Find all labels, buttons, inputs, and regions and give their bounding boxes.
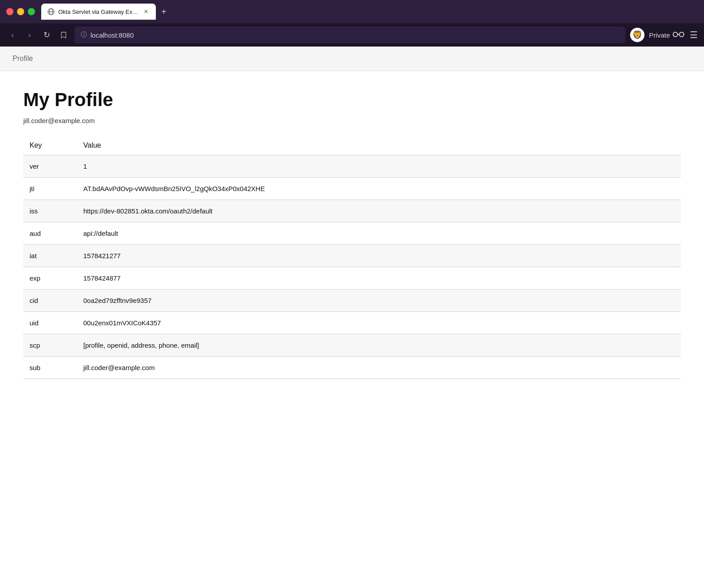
table-body: ver1jtiAT.bdAAvPdOvp-vWWdsmBn25IVO_l2gQk… xyxy=(23,155,681,379)
col-header-value: Value xyxy=(77,137,681,155)
table-cell-key: scp xyxy=(23,334,77,357)
table-row: jtiAT.bdAAvPdOvp-vWWdsmBn25IVO_l2gQkO34x… xyxy=(23,178,681,200)
table-row: exp1578424877 xyxy=(23,267,681,290)
tab-favicon-icon xyxy=(47,8,55,15)
table-cell-key: iat xyxy=(23,245,77,267)
nav-right-controls: Private ☰ xyxy=(649,30,698,40)
minimize-button[interactable] xyxy=(17,8,24,15)
breadcrumb-text: Profile xyxy=(13,55,33,62)
reload-button[interactable]: ↻ xyxy=(40,29,53,41)
table-row: scp[profile, openid, address, phone, ema… xyxy=(23,334,681,357)
bookmark-button[interactable] xyxy=(57,29,70,41)
brave-icon: 🦁 xyxy=(632,30,642,40)
table-row: audapi://default xyxy=(23,222,681,245)
active-tab[interactable]: Okta Servlet via Gateway Examp ✕ xyxy=(41,4,156,20)
table-row: uid00u2enx01mVXICoK4357 xyxy=(23,312,681,334)
table-cell-value: 1 xyxy=(77,155,681,178)
table-cell-key: exp xyxy=(23,267,77,290)
table-cell-value: https://dev-802851.okta.com/oauth2/defau… xyxy=(77,200,681,222)
glasses-icon xyxy=(673,32,684,38)
table-row: isshttps://dev-802851.okta.com/oauth2/de… xyxy=(23,200,681,222)
table-row: cid0oa2ed79zfftnv9e9357 xyxy=(23,290,681,312)
title-bar: Okta Servlet via Gateway Examp ✕ + xyxy=(0,0,704,23)
url-text: localhost:8080 xyxy=(90,31,134,39)
table-cell-value: 1578424877 xyxy=(77,267,681,290)
page-content: My Profile jill.coder@example.com Key Va… xyxy=(0,71,704,397)
user-email: jill.coder@example.com xyxy=(23,117,681,124)
breadcrumb-bar: Profile xyxy=(0,47,704,71)
maximize-button[interactable] xyxy=(28,8,35,15)
profile-table: Key Value ver1jtiAT.bdAAvPdOvp-vWWdsmBn2… xyxy=(23,137,681,379)
table-cell-key: aud xyxy=(23,222,77,245)
table-cell-value: 00u2enx01mVXICoK4357 xyxy=(77,312,681,334)
table-header: Key Value xyxy=(23,137,681,155)
svg-rect-4 xyxy=(679,32,684,37)
table-cell-value: 1578421277 xyxy=(77,245,681,267)
table-cell-value: AT.bdAAvPdOvp-vWWdsmBn25IVO_l2gQkO34xP0x… xyxy=(77,178,681,200)
svg-rect-3 xyxy=(673,32,678,37)
table-cell-key: jti xyxy=(23,178,77,200)
table-row: subjill.coder@example.com xyxy=(23,357,681,379)
table-cell-key: uid xyxy=(23,312,77,334)
back-button[interactable]: ‹ xyxy=(6,29,19,41)
traffic-lights xyxy=(6,8,35,15)
table-cell-key: ver xyxy=(23,155,77,178)
security-icon: ⓘ xyxy=(81,31,87,39)
private-text: Private xyxy=(649,31,670,39)
table-cell-value: api://default xyxy=(77,222,681,245)
new-tab-button[interactable]: + xyxy=(158,7,170,17)
table-cell-value: 0oa2ed79zfftnv9e9357 xyxy=(77,290,681,312)
forward-button[interactable]: › xyxy=(23,29,36,41)
browser-chrome: Okta Servlet via Gateway Examp ✕ + ‹ › ↻… xyxy=(0,0,704,47)
table-cell-key: cid xyxy=(23,290,77,312)
bookmark-icon xyxy=(60,31,67,38)
close-button[interactable] xyxy=(6,8,13,15)
tab-bar: Okta Servlet via Gateway Examp ✕ + xyxy=(41,4,170,20)
brave-shield-button[interactable]: 🦁 xyxy=(630,28,644,42)
table-cell-value: [profile, openid, address, phone, email] xyxy=(77,334,681,357)
address-bar[interactable]: ⓘ localhost:8080 xyxy=(74,26,626,43)
private-label: Private xyxy=(649,31,684,39)
col-header-key: Key xyxy=(23,137,77,155)
table-row: iat1578421277 xyxy=(23,245,681,267)
table-cell-key: iss xyxy=(23,200,77,222)
page-title: My Profile xyxy=(23,89,681,111)
table-cell-key: sub xyxy=(23,357,77,379)
nav-bar: ‹ › ↻ ⓘ localhost:8080 🦁 Private xyxy=(0,23,704,47)
menu-button[interactable]: ☰ xyxy=(690,30,698,40)
table-cell-value: jill.coder@example.com xyxy=(77,357,681,379)
table-row: ver1 xyxy=(23,155,681,178)
tab-title-text: Okta Servlet via Gateway Examp xyxy=(58,9,139,15)
tab-close-button[interactable]: ✕ xyxy=(142,8,150,15)
table-header-row: Key Value xyxy=(23,137,681,155)
